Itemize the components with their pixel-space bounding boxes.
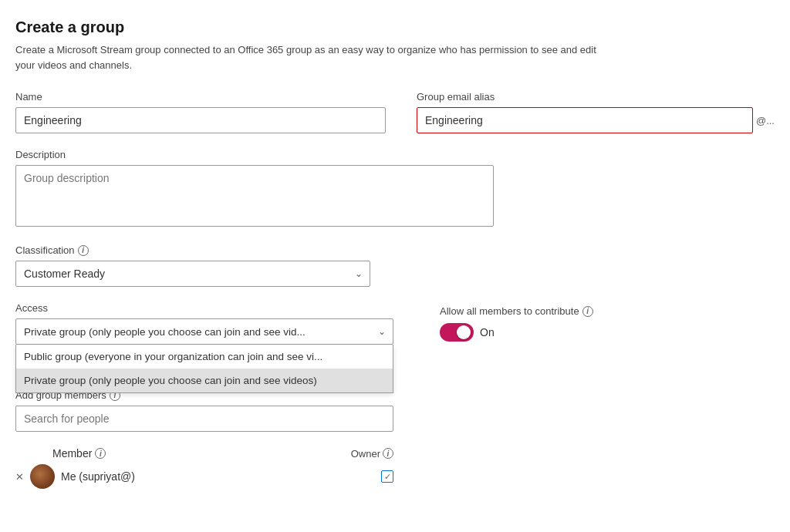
access-value: Private group (only people you choose ca…	[24, 326, 306, 338]
page-subtitle: Create a Microsoft Stream group connecte…	[15, 42, 617, 72]
member-col-label: Member i	[52, 447, 106, 460]
owner-info-icon: i	[383, 448, 393, 459]
dropdown-item-private[interactable]: Private group (only people you choose ca…	[16, 369, 393, 392]
owner-checkbox[interactable]: ✓	[381, 470, 393, 483]
classification-value: Customer Ready	[24, 268, 105, 280]
classification-label: Classification i	[15, 244, 775, 256]
name-label: Name	[15, 91, 386, 103]
classification-select[interactable]: Customer Ready ⌄	[15, 261, 370, 287]
email-suffix: @...	[756, 115, 775, 126]
classification-info-icon: i	[78, 245, 89, 256]
allow-members-info-icon: i	[582, 306, 593, 317]
access-label: Access	[15, 302, 393, 314]
allow-members-toggle[interactable]	[440, 323, 474, 342]
member-info-icon: i	[95, 448, 106, 459]
checkmark-icon: ✓	[384, 472, 391, 482]
remove-member-button[interactable]: ✕	[15, 471, 24, 483]
page-title: Create a group	[15, 19, 775, 36]
name-input[interactable]	[15, 107, 386, 133]
search-people-input[interactable]	[15, 406, 393, 432]
email-input[interactable]	[417, 107, 753, 133]
dropdown-item-public[interactable]: Public group (everyone in your organizat…	[16, 345, 393, 369]
access-select[interactable]: Private group (only people you choose ca…	[15, 318, 393, 345]
description-label: Description	[15, 149, 775, 160]
member-name: Me (supriyat@)	[61, 470, 381, 483]
allow-members-label: Allow all members to contribute	[440, 305, 579, 317]
email-label: Group email alias	[417, 91, 775, 103]
owner-col-label-wrapper: Owner i	[351, 448, 393, 460]
description-input[interactable]	[15, 165, 494, 227]
toggle-on-label: On	[480, 326, 495, 338]
access-dropdown: Public group (everyone in your organizat…	[15, 345, 393, 393]
table-row: ✕ Me (supriyat@) ✓	[15, 464, 393, 489]
access-chevron-icon: ⌄	[378, 326, 386, 337]
avatar	[30, 464, 55, 489]
